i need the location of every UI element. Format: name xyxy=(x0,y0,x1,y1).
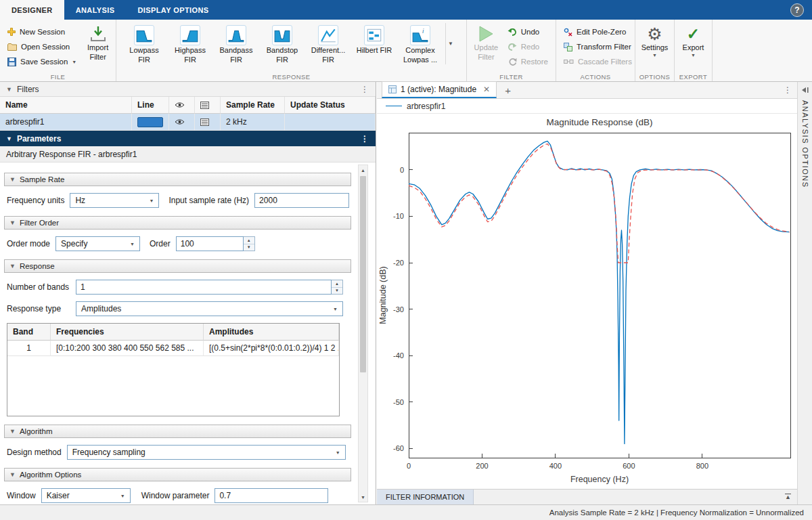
differentiator-icon xyxy=(318,25,338,45)
frequencies-col-header[interactable]: Frequencies xyxy=(51,324,204,341)
amplitudes-cell[interactable]: [(0.5+sin(2*pi*8*(0:0.01:0.2))/4) 1 2 ..… xyxy=(204,341,339,356)
parameters-panel-header[interactable]: ▼ Parameters ⋮ xyxy=(0,131,376,146)
section-algorithm[interactable]: ▼ Algorithm xyxy=(4,425,351,438)
parameters-panel-menu-button[interactable]: ⋮ xyxy=(361,134,369,144)
update-filter-button[interactable]: Update Filter xyxy=(472,23,501,62)
line-color-swatch[interactable] xyxy=(137,117,163,127)
order-spinner[interactable]: ▲▼ xyxy=(244,236,255,251)
filter-annotation-cell[interactable] xyxy=(195,114,221,131)
save-session-button[interactable]: Save Session ▼ xyxy=(5,54,79,69)
close-icon[interactable]: ✕ xyxy=(483,85,490,94)
plot-area[interactable]: 02004006008000-10-20-30-40-50-60Magnitud… xyxy=(377,114,797,489)
spin-down-icon[interactable]: ▼ xyxy=(244,244,254,251)
redo-button[interactable]: Redo xyxy=(505,39,551,54)
chevron-down-icon: ▼ xyxy=(448,41,453,47)
section-algorithm-options[interactable]: ▼ Algorithm Options xyxy=(4,468,351,481)
filters-panel-menu-button[interactable]: ⋮ xyxy=(361,85,369,94)
spin-up-icon[interactable]: ▲ xyxy=(332,280,342,288)
file-button-stack: New Session Open Session Save Session ▼ xyxy=(5,23,79,70)
band-table-row[interactable]: 1 [0:10:200 300 380 400 550 562 585 ... … xyxy=(7,341,339,356)
svg-text:800: 800 xyxy=(696,462,708,470)
edit-pole-zero-button[interactable]: Edit Pole-Zero xyxy=(561,24,635,39)
window-dropdown[interactable]: Kaiser ▼ xyxy=(41,488,131,503)
col-visibility[interactable] xyxy=(169,97,195,114)
order-mode-value: Specify xyxy=(61,239,87,248)
differentiator-fir-button[interactable]: Different... FIR xyxy=(305,23,351,64)
bandstop-fir-button[interactable]: Bandstop FIR xyxy=(259,23,305,64)
col-update-status[interactable]: Update Status xyxy=(285,97,376,114)
order-field[interactable] xyxy=(176,236,244,251)
section-sample-rate-label: Sample Rate xyxy=(20,175,64,183)
col-name[interactable]: Name xyxy=(0,97,132,114)
bands-spinner[interactable]: ▲▼ xyxy=(332,280,343,295)
number-of-bands-field[interactable] xyxy=(76,280,332,295)
cascade-filters-button[interactable]: Cascade Filters xyxy=(561,54,635,69)
restore-button[interactable]: Restore xyxy=(505,54,551,69)
frequency-units-dropdown[interactable]: Hz ▼ xyxy=(70,193,159,208)
scroll-up-icon[interactable]: ▲ xyxy=(359,165,367,175)
plot-tab-menu-button[interactable]: ⋮ xyxy=(784,85,792,95)
new-plot-tab-button[interactable]: + xyxy=(505,85,511,95)
filter-name-cell[interactable]: arbrespfir1 xyxy=(0,114,132,131)
col-sample-rate[interactable]: Sample Rate xyxy=(221,97,285,114)
hilbert-fir-button[interactable]: Hilbert FIR xyxy=(351,23,397,64)
hilbert-label-1: Hilbert FIR xyxy=(357,46,392,55)
status-text: Analysis Sample Rate = 2 kHz | Frequency… xyxy=(549,508,804,517)
export-button[interactable]: ✓ Export ▼ xyxy=(679,23,707,58)
col-annotation[interactable] xyxy=(195,97,221,114)
help-button[interactable]: ? xyxy=(790,3,804,17)
transform-icon xyxy=(564,43,572,51)
amplitudes-col-header[interactable]: Amplitudes xyxy=(204,324,339,341)
response-type-dropdown[interactable]: Amplitudes ▼ xyxy=(76,301,343,316)
filter-information-tab[interactable]: FILTER INFORMATION xyxy=(377,490,474,504)
import-filter-button[interactable]: Import Filter xyxy=(85,23,111,62)
spin-up-icon[interactable]: ▲ xyxy=(244,237,254,244)
analysis-options-strip[interactable]: ANALYSIS OPTIONS xyxy=(797,82,812,504)
band-cell[interactable]: 1 xyxy=(7,341,51,356)
window-value: Kaiser xyxy=(47,491,70,500)
magnitude-plot-tab[interactable]: 1 (active): Magnitude ✕ xyxy=(382,81,497,98)
filters-panel-header[interactable]: ▼ Filters ⋮ xyxy=(0,82,376,97)
spin-down-icon[interactable]: ▼ xyxy=(332,288,342,295)
filter-information-bar: FILTER INFORMATION ▲ xyxy=(377,489,797,504)
response-gallery-expand-button[interactable]: ▼ xyxy=(445,23,455,64)
status-bar: Analysis Sample Rate = 2 kHz | Frequency… xyxy=(0,504,812,520)
section-filter-order[interactable]: ▼ Filter Order xyxy=(4,216,351,230)
save-disk-icon xyxy=(7,58,16,66)
plot-tab-strip: 1 (active): Magnitude ✕ + ⋮ xyxy=(377,82,797,99)
section-filter-order-label: Filter Order xyxy=(20,219,59,227)
band-col-header[interactable]: Band xyxy=(7,324,51,341)
tab-display-options[interactable]: DISPLAY OPTIONS xyxy=(126,0,220,20)
section-sample-rate[interactable]: ▼ Sample Rate xyxy=(4,173,351,186)
new-session-button[interactable]: New Session xyxy=(5,24,79,39)
parameters-scrollbar[interactable]: ▲ ▼ xyxy=(358,165,368,502)
response-section-label: RESPONSE xyxy=(116,73,466,81)
complex-lowpass-button[interactable]: i Complex Lowpas ... xyxy=(397,23,443,64)
highpass-fir-button[interactable]: Highpass FIR xyxy=(167,23,213,64)
bandpass-fir-button[interactable]: Bandpass FIR xyxy=(213,23,259,64)
filters-table-header: Name Line Sample Rate Update Status xyxy=(0,97,376,114)
lowpass-fir-button[interactable]: Lowpass FIR xyxy=(121,23,167,64)
scroll-down-icon[interactable]: ▼ xyxy=(359,492,367,502)
settings-button[interactable]: ⚙ Settings ▼ xyxy=(640,23,669,58)
open-session-button[interactable]: Open Session xyxy=(5,39,79,54)
tab-analysis[interactable]: ANALYSIS xyxy=(64,0,127,20)
window-parameter-field[interactable] xyxy=(215,488,328,503)
transform-filter-button[interactable]: Transform Filter xyxy=(561,39,635,54)
col-line[interactable]: Line xyxy=(132,97,169,114)
input-sample-rate-field[interactable] xyxy=(254,193,349,208)
filter-visibility-cell[interactable] xyxy=(169,114,195,131)
design-method-dropdown[interactable]: Frequency sampling ▼ xyxy=(67,445,346,460)
ribbon-section-options: ⚙ Settings ▼ OPTIONS xyxy=(635,20,675,81)
undo-button[interactable]: Undo xyxy=(505,24,551,39)
scrollbar-thumb[interactable] xyxy=(360,176,366,372)
number-of-bands-label: Number of bands xyxy=(7,282,70,292)
filter-table-row[interactable]: arbrespfir1 2 kHz xyxy=(0,114,376,131)
frequencies-cell[interactable]: [0:10:200 300 380 400 550 562 585 ... xyxy=(51,341,204,356)
section-response[interactable]: ▼ Response xyxy=(4,259,351,273)
tab-designer[interactable]: DESIGNER xyxy=(0,0,64,20)
svg-text:i: i xyxy=(422,28,424,35)
order-mode-dropdown[interactable]: Specify ▼ xyxy=(55,236,140,251)
collapse-panel-icon[interactable]: ▲ xyxy=(785,494,791,500)
filter-line-cell[interactable] xyxy=(132,114,169,131)
